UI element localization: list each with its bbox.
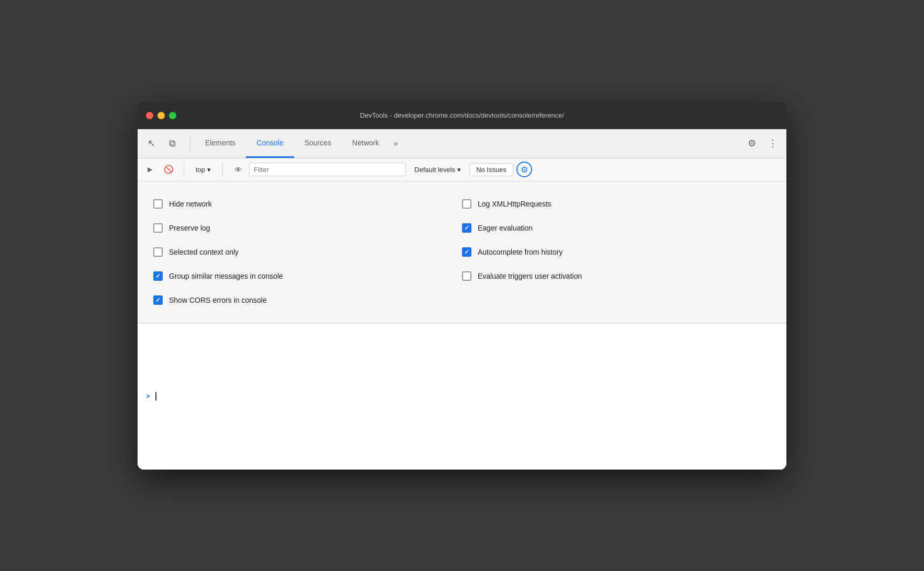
settings-button[interactable]: ⚙ (742, 134, 761, 153)
console-divider2 (222, 162, 223, 177)
checkbox-group-similar[interactable]: Group similar messages in console (153, 264, 462, 288)
checkbox-evaluate-triggers[interactable]: Evaluate triggers user activation (462, 264, 771, 288)
autocomplete-checkbox[interactable] (462, 247, 471, 257)
settings-grid: Hide network Preserve log Selected conte… (153, 192, 771, 312)
tab-bar: Elements Console Sources Network » (195, 129, 742, 158)
eager-eval-checkbox[interactable] (462, 223, 471, 233)
tab-more-button[interactable]: » (389, 129, 402, 158)
checkbox-preserve-log[interactable]: Preserve log (153, 216, 462, 240)
devtools-window: DevTools - developer.chrome.com/docs/dev… (138, 102, 786, 470)
console-prompt: > (146, 393, 150, 401)
selected-context-checkbox[interactable] (153, 247, 163, 257)
chevron-down-icon: ▾ (207, 166, 211, 174)
console-cursor (155, 392, 156, 401)
minimize-button[interactable] (157, 112, 165, 119)
ban-icon: 🚫 (164, 165, 174, 174)
tab-console[interactable]: Console (246, 129, 294, 158)
checkbox-autocomplete[interactable]: Autocomplete from history (462, 240, 771, 264)
console-settings-button[interactable]: ⚙ (516, 162, 532, 177)
checkbox-hide-network[interactable]: Hide network (153, 192, 462, 216)
console-content-area: > (138, 323, 786, 470)
filter-input[interactable] (249, 163, 406, 176)
settings-gear-icon: ⚙ (521, 165, 528, 175)
vertical-dots-icon: ⋮ (768, 138, 777, 149)
checkbox-eager-eval[interactable]: Eager evaluation (462, 216, 771, 240)
no-issues-button[interactable]: No Issues (469, 163, 513, 176)
eye-icon: 👁 (234, 165, 242, 174)
gear-icon: ⚙ (748, 138, 756, 149)
settings-right-column: Log XMLHttpRequests Eager evaluation Aut… (462, 192, 771, 312)
toolbar-divider (190, 136, 190, 151)
show-cors-checkbox[interactable] (153, 295, 163, 305)
layers-icon-button[interactable]: ⧉ (163, 134, 182, 153)
tab-elements[interactable]: Elements (195, 129, 246, 158)
tab-network[interactable]: Network (342, 129, 389, 158)
devtools-panel: ↖ ⧉ Elements Console Sources Network (138, 129, 786, 470)
traffic-lights (146, 112, 176, 119)
group-similar-checkbox[interactable] (153, 271, 163, 281)
window-title: DevTools - developer.chrome.com/docs/dev… (360, 111, 564, 119)
cursor-icon-button[interactable]: ↖ (142, 134, 161, 153)
checkbox-selected-context[interactable]: Selected context only (153, 240, 462, 264)
settings-panel: Hide network Preserve log Selected conte… (138, 181, 786, 323)
levels-dropdown[interactable]: Default levels ▾ (409, 164, 466, 176)
play-sidebar-icon: ▶ (148, 166, 152, 173)
main-toolbar: ↖ ⧉ Elements Console Sources Network (138, 129, 786, 158)
eye-button[interactable]: 👁 (230, 162, 246, 177)
cursor-icon: ↖ (148, 138, 155, 149)
hide-network-checkbox[interactable] (153, 199, 163, 209)
checkbox-show-cors[interactable]: Show CORS errors in console (153, 288, 462, 312)
checkbox-log-xml[interactable]: Log XMLHttpRequests (462, 192, 771, 216)
context-selector[interactable]: top ▾ (191, 164, 215, 176)
play-sidebar-button[interactable]: ▶ (142, 162, 157, 177)
clear-console-button[interactable]: 🚫 (161, 162, 176, 177)
toolbar-icons: ↖ ⧉ (142, 134, 182, 153)
maximize-button[interactable] (169, 112, 176, 119)
more-options-button[interactable]: ⋮ (763, 134, 782, 153)
settings-left-column: Hide network Preserve log Selected conte… (153, 192, 462, 312)
tab-sources[interactable]: Sources (294, 129, 342, 158)
titlebar: DevTools - developer.chrome.com/docs/dev… (138, 102, 786, 129)
close-button[interactable] (146, 112, 153, 119)
console-input-row[interactable]: > (138, 323, 786, 470)
toolbar-right: ⚙ ⋮ (742, 134, 782, 153)
evaluate-triggers-checkbox[interactable] (462, 271, 471, 281)
log-xml-checkbox[interactable] (462, 199, 471, 209)
console-divider (184, 162, 184, 177)
console-toolbar: ▶ 🚫 top ▾ 👁 Default levels ▾ No Issues (138, 158, 786, 181)
layers-icon: ⧉ (169, 138, 176, 149)
preserve-log-checkbox[interactable] (153, 223, 163, 233)
chevron-down-icon2: ▾ (457, 166, 461, 174)
